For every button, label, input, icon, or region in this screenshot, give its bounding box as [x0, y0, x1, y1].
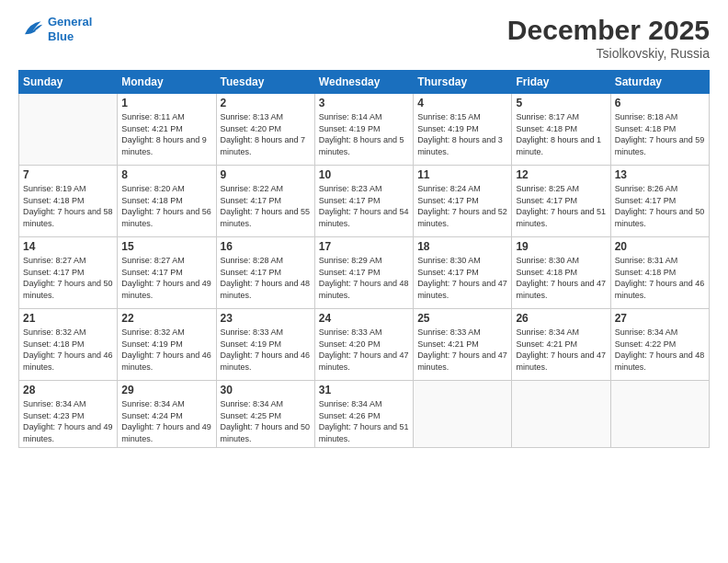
header-monday: Monday: [118, 71, 216, 94]
day-info: Sunrise: 8:27 AMSunset: 4:17 PMDaylight:…: [23, 255, 113, 301]
day-number: 27: [615, 312, 705, 325]
logo-line2: Blue: [48, 29, 74, 43]
table-row: 28Sunrise: 8:34 AMSunset: 4:23 PMDayligh…: [19, 381, 118, 448]
table-row: 11Sunrise: 8:24 AMSunset: 4:17 PMDayligh…: [414, 166, 512, 237]
table-row: 29Sunrise: 8:34 AMSunset: 4:24 PMDayligh…: [118, 381, 216, 448]
day-info: Sunrise: 8:14 AMSunset: 4:19 PMDaylight:…: [319, 111, 409, 157]
day-number: 23: [221, 312, 311, 325]
table-row: [610, 381, 709, 448]
day-number: 26: [516, 312, 606, 325]
table-row: 10Sunrise: 8:23 AMSunset: 4:17 PMDayligh…: [314, 166, 413, 237]
day-info: Sunrise: 8:27 AMSunset: 4:17 PMDaylight:…: [121, 255, 211, 301]
day-info: Sunrise: 8:24 AMSunset: 4:17 PMDaylight:…: [417, 183, 507, 229]
day-number: 5: [516, 97, 606, 109]
header: General Blue December 2025 Tsiolkovskiy,…: [18, 15, 710, 61]
day-number: 16: [221, 240, 311, 253]
day-info: Sunrise: 8:34 AMSunset: 4:22 PMDaylight:…: [615, 327, 705, 373]
day-info: Sunrise: 8:26 AMSunset: 4:17 PMDaylight:…: [615, 183, 705, 229]
day-info: Sunrise: 8:31 AMSunset: 4:18 PMDaylight:…: [615, 255, 705, 301]
table-row: 4Sunrise: 8:15 AMSunset: 4:19 PMDaylight…: [414, 94, 512, 166]
table-row: 3Sunrise: 8:14 AMSunset: 4:19 PMDaylight…: [314, 94, 413, 166]
day-number: 29: [121, 384, 211, 396]
day-number: 18: [417, 240, 507, 253]
table-row: 17Sunrise: 8:29 AMSunset: 4:17 PMDayligh…: [314, 237, 413, 309]
day-number: 12: [516, 168, 606, 181]
day-number: 10: [319, 168, 409, 181]
day-number: 24: [319, 312, 409, 325]
day-number: 7: [23, 168, 113, 181]
logo: General Blue: [18, 15, 92, 43]
day-info: Sunrise: 8:29 AMSunset: 4:17 PMDaylight:…: [319, 255, 409, 301]
day-info: Sunrise: 8:11 AMSunset: 4:21 PMDaylight:…: [121, 111, 211, 157]
day-number: 15: [121, 240, 211, 253]
table-row: 14Sunrise: 8:27 AMSunset: 4:17 PMDayligh…: [19, 237, 118, 309]
day-info: Sunrise: 8:34 AMSunset: 4:23 PMDaylight:…: [23, 398, 113, 444]
header-sunday: Sunday: [19, 71, 118, 94]
logo-icon: [18, 17, 44, 42]
table-row: 27Sunrise: 8:34 AMSunset: 4:22 PMDayligh…: [610, 309, 709, 381]
day-number: 22: [121, 312, 211, 325]
day-number: 6: [615, 97, 705, 109]
location-title: Tsiolkovskiy, Russia: [507, 46, 710, 61]
day-number: 4: [417, 97, 507, 109]
table-row: 31Sunrise: 8:34 AMSunset: 4:26 PMDayligh…: [314, 381, 413, 448]
header-wednesday: Wednesday: [314, 71, 413, 94]
table-row: [512, 381, 610, 448]
month-title: December 2025: [507, 15, 710, 46]
weekday-header-row: Sunday Monday Tuesday Wednesday Thursday…: [19, 71, 710, 94]
table-row: 18Sunrise: 8:30 AMSunset: 4:17 PMDayligh…: [414, 237, 512, 309]
day-info: Sunrise: 8:30 AMSunset: 4:17 PMDaylight:…: [417, 255, 507, 301]
day-info: Sunrise: 8:32 AMSunset: 4:19 PMDaylight:…: [121, 327, 211, 373]
header-thursday: Thursday: [414, 71, 512, 94]
day-info: Sunrise: 8:33 AMSunset: 4:21 PMDaylight:…: [417, 327, 507, 373]
table-row: 9Sunrise: 8:22 AMSunset: 4:17 PMDaylight…: [216, 166, 314, 237]
table-row: [414, 381, 512, 448]
table-row: 25Sunrise: 8:33 AMSunset: 4:21 PMDayligh…: [414, 309, 512, 381]
day-number: 17: [319, 240, 409, 253]
day-info: Sunrise: 8:13 AMSunset: 4:20 PMDaylight:…: [221, 111, 311, 157]
day-number: 9: [221, 168, 311, 181]
table-row: 16Sunrise: 8:28 AMSunset: 4:17 PMDayligh…: [216, 237, 314, 309]
day-number: 8: [121, 168, 211, 181]
page: General Blue December 2025 Tsiolkovskiy,…: [0, 0, 728, 563]
table-row: 22Sunrise: 8:32 AMSunset: 4:19 PMDayligh…: [118, 309, 216, 381]
day-number: 2: [221, 97, 311, 109]
table-row: [19, 94, 118, 166]
day-info: Sunrise: 8:25 AMSunset: 4:17 PMDaylight:…: [516, 183, 606, 229]
table-row: 19Sunrise: 8:30 AMSunset: 4:18 PMDayligh…: [512, 237, 610, 309]
day-number: 28: [23, 384, 113, 396]
day-info: Sunrise: 8:34 AMSunset: 4:25 PMDaylight:…: [221, 398, 311, 444]
day-info: Sunrise: 8:34 AMSunset: 4:24 PMDaylight:…: [121, 398, 211, 444]
day-info: Sunrise: 8:17 AMSunset: 4:18 PMDaylight:…: [516, 111, 606, 157]
day-info: Sunrise: 8:18 AMSunset: 4:18 PMDaylight:…: [615, 111, 705, 157]
table-row: 24Sunrise: 8:33 AMSunset: 4:20 PMDayligh…: [314, 309, 413, 381]
day-number: 25: [417, 312, 507, 325]
day-info: Sunrise: 8:32 AMSunset: 4:18 PMDaylight:…: [23, 327, 113, 373]
day-number: 20: [615, 240, 705, 253]
day-info: Sunrise: 8:34 AMSunset: 4:26 PMDaylight:…: [319, 398, 409, 444]
day-number: 30: [221, 384, 311, 396]
table-row: 2Sunrise: 8:13 AMSunset: 4:20 PMDaylight…: [216, 94, 314, 166]
table-row: 12Sunrise: 8:25 AMSunset: 4:17 PMDayligh…: [512, 166, 610, 237]
table-row: 8Sunrise: 8:20 AMSunset: 4:18 PMDaylight…: [118, 166, 216, 237]
day-number: 11: [417, 168, 507, 181]
table-row: 13Sunrise: 8:26 AMSunset: 4:17 PMDayligh…: [610, 166, 709, 237]
table-row: 1Sunrise: 8:11 AMSunset: 4:21 PMDaylight…: [118, 94, 216, 166]
day-info: Sunrise: 8:20 AMSunset: 4:18 PMDaylight:…: [121, 183, 211, 229]
day-number: 21: [23, 312, 113, 325]
calendar: Sunday Monday Tuesday Wednesday Thursday…: [18, 70, 710, 448]
day-info: Sunrise: 8:15 AMSunset: 4:19 PMDaylight:…: [417, 111, 507, 157]
logo-line1: General: [48, 15, 92, 29]
table-row: 15Sunrise: 8:27 AMSunset: 4:17 PMDayligh…: [118, 237, 216, 309]
header-tuesday: Tuesday: [216, 71, 314, 94]
day-info: Sunrise: 8:33 AMSunset: 4:20 PMDaylight:…: [319, 327, 409, 373]
day-info: Sunrise: 8:33 AMSunset: 4:19 PMDaylight:…: [221, 327, 311, 373]
table-row: 7Sunrise: 8:19 AMSunset: 4:18 PMDaylight…: [19, 166, 118, 237]
table-row: 21Sunrise: 8:32 AMSunset: 4:18 PMDayligh…: [19, 309, 118, 381]
day-info: Sunrise: 8:28 AMSunset: 4:17 PMDaylight:…: [221, 255, 311, 301]
table-row: 20Sunrise: 8:31 AMSunset: 4:18 PMDayligh…: [610, 237, 709, 309]
day-number: 19: [516, 240, 606, 253]
day-info: Sunrise: 8:30 AMSunset: 4:18 PMDaylight:…: [516, 255, 606, 301]
day-info: Sunrise: 8:23 AMSunset: 4:17 PMDaylight:…: [319, 183, 409, 229]
day-number: 1: [121, 97, 211, 109]
